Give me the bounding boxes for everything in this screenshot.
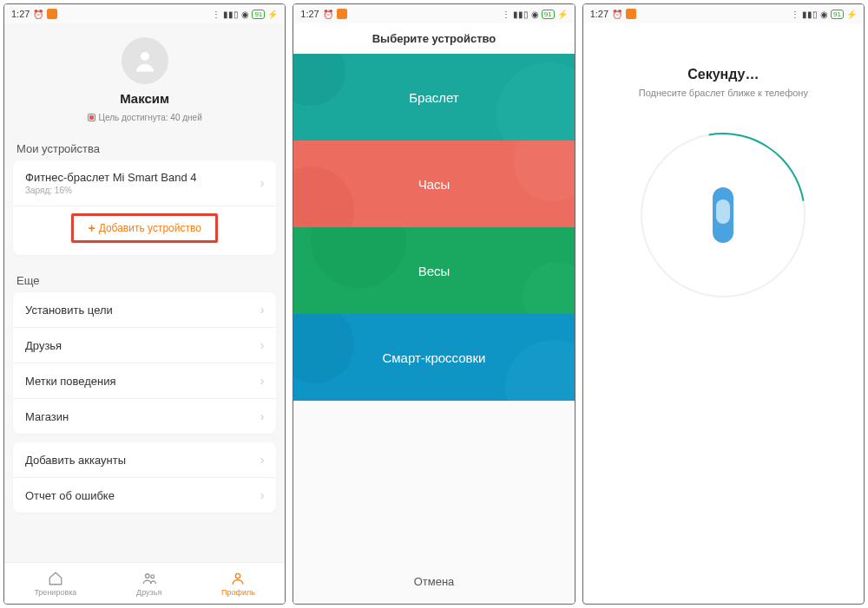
signal-icon: ▮▮▯ xyxy=(802,10,818,19)
plus-icon: + xyxy=(88,221,95,235)
alarm-icon: ⏰ xyxy=(323,10,333,19)
avatar[interactable] xyxy=(122,37,168,84)
battery-indicator: 91 xyxy=(542,10,555,19)
goal-badge-icon xyxy=(88,114,95,121)
chevron-right-icon: › xyxy=(260,374,265,388)
extra-card: Добавить аккаунты› Отчет об ошибке› xyxy=(13,442,276,513)
list-item[interactable]: Друзья› xyxy=(13,328,276,363)
tile-scale[interactable]: Весы xyxy=(293,227,574,314)
list-item[interactable]: Метки поведения› xyxy=(13,363,276,399)
wifi-icon: ◉ xyxy=(820,10,828,19)
progress-spinner xyxy=(641,133,806,297)
wifi-icon: ◉ xyxy=(531,10,539,19)
section-title-devices: Мои устройства xyxy=(4,132,285,160)
screen-profile: 1:27 ⏰ ⋮ ▮▮▯ ◉ 91 ⚡ Максим Цель достигну… xyxy=(3,3,286,605)
battery-indicator: 91 xyxy=(252,10,265,19)
bluetooth-icon: ⋮ xyxy=(502,10,510,19)
goal-line: Цель достигнута: 40 дней xyxy=(88,113,202,122)
status-time: 1:27 xyxy=(590,9,608,19)
username: Максим xyxy=(4,91,285,106)
alarm-icon: ⏰ xyxy=(33,10,43,19)
page-title: Выберите устройство xyxy=(293,23,574,54)
charging-icon: ⚡ xyxy=(267,10,278,19)
app-indicator-icon xyxy=(337,9,347,19)
chevron-right-icon: › xyxy=(260,176,265,190)
device-name: Фитнес-браслет Mi Smart Band 4 xyxy=(25,171,197,184)
chevron-right-icon: › xyxy=(260,453,265,467)
screen-searching: 1:27 ⏰ ⋮ ▮▮▯ ◉ 91 ⚡ Секунду… Поднесите б… xyxy=(582,3,865,605)
signal-icon: ▮▮▯ xyxy=(223,10,239,19)
charging-icon: ⚡ xyxy=(846,10,857,19)
chevron-right-icon: › xyxy=(260,303,265,317)
chevron-right-icon: › xyxy=(260,488,265,502)
nav-friends[interactable]: Друзья xyxy=(136,571,161,597)
nav-workout[interactable]: Тренировка xyxy=(34,571,76,597)
profile-header: Максим Цель достигнута: 40 дней xyxy=(4,23,285,132)
status-bar: 1:27 ⏰ ⋮ ▮▮▯ ◉ 91 ⚡ xyxy=(583,4,864,23)
status-bar: 1:27 ⏰ ⋮ ▮▮▯ ◉ 91 ⚡ xyxy=(4,4,285,23)
tile-bracelet[interactable]: Браслет xyxy=(293,54,574,141)
device-row[interactable]: Фитнес-браслет Mi Smart Band 4 Заряд: 16… xyxy=(13,160,276,206)
list-item[interactable]: Магазин› xyxy=(13,399,276,434)
cancel-button[interactable]: Отмена xyxy=(293,563,574,604)
searching-subtitle: Поднесите браслет ближе к телефону xyxy=(639,88,808,98)
goal-text: Цель достигнута: 40 дней xyxy=(99,113,202,122)
svg-point-2 xyxy=(151,574,155,578)
app-indicator-icon xyxy=(626,9,636,19)
bluetooth-icon: ⋮ xyxy=(212,10,220,19)
list-item[interactable]: Добавить аккаунты› xyxy=(13,442,276,478)
status-time: 1:27 xyxy=(300,9,319,19)
svg-point-1 xyxy=(145,573,149,578)
list-item[interactable]: Отчет об ошибке› xyxy=(13,478,276,513)
more-card: Установить цели› Друзья› Метки поведения… xyxy=(13,292,276,434)
signal-icon: ▮▮▯ xyxy=(513,10,529,19)
list-item[interactable]: Установить цели› xyxy=(13,292,276,328)
band-icon xyxy=(713,187,733,243)
chevron-right-icon: › xyxy=(260,409,265,423)
wifi-icon: ◉ xyxy=(241,10,249,19)
tile-sneakers[interactable]: Смарт-кроссовки xyxy=(293,314,574,401)
app-indicator-icon xyxy=(47,9,57,19)
chevron-right-icon: › xyxy=(260,338,265,352)
section-title-more: Еще xyxy=(4,264,285,292)
tile-watch[interactable]: Часы xyxy=(293,141,574,227)
alarm-icon: ⏰ xyxy=(612,10,622,19)
screen-select-device: 1:27 ⏰ ⋮ ▮▮▯ ◉ 91 ⚡ Выберите устройство … xyxy=(293,3,575,605)
status-time: 1:27 xyxy=(11,9,30,19)
battery-indicator: 91 xyxy=(831,10,844,19)
device-charge: Заряд: 16% xyxy=(25,186,197,195)
bluetooth-icon: ⋮ xyxy=(791,10,799,19)
add-device-label: Добавить устройство xyxy=(99,222,201,234)
spacer xyxy=(293,401,574,563)
device-tiles: Браслет Часы Весы Смарт-кроссовки xyxy=(293,54,574,563)
nav-profile[interactable]: Профиль xyxy=(221,571,255,597)
svg-point-3 xyxy=(236,573,240,578)
charging-icon: ⚡ xyxy=(557,10,568,19)
devices-card: Фитнес-браслет Mi Smart Band 4 Заряд: 16… xyxy=(13,160,276,255)
bottom-nav: Тренировка Друзья Профиль xyxy=(4,562,285,604)
searching-title: Секунду… xyxy=(687,67,759,82)
svg-point-0 xyxy=(141,52,149,61)
add-device-button[interactable]: + Добавить устройство xyxy=(71,213,217,243)
status-bar: 1:27 ⏰ ⋮ ▮▮▯ ◉ 91 ⚡ xyxy=(293,4,574,23)
